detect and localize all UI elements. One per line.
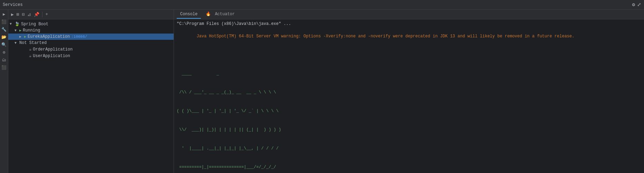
console-output[interactable]: "C:\Program Files (x86)\Java\bin\java.ex… [174,19,644,173]
services-tree: ▼ 🍃 Spring Boot ▼ ▶ Running ▶ ▶ EurekaAp… [8,19,174,173]
left-icon-7[interactable]: 🗂 [1,57,7,63]
eureka-port-link[interactable]: :10086/ [71,35,87,39]
left-icon-2[interactable]: ⬛ [1,19,7,25]
toolbar-columns-icon[interactable]: ⊞ [16,11,20,18]
running-icon: ▶ [19,28,21,33]
ascii-line-2: ( ( )\___ | '_ | '_| | '_ \/ _` | \ \ \ … [177,108,641,114]
left-icon-3[interactable]: 🔧 [1,26,7,33]
tab-console[interactable]: Console [177,10,201,19]
tree-item-eureka[interactable]: ▶ ▶ EurekaApplication :10086/ [8,34,174,40]
tree-item-user[interactable]: ☕ UserApplication [8,53,174,59]
order-icon: ☕ [29,47,31,52]
services-title: Services [3,2,23,7]
not-started-label: Not Started [19,40,47,45]
main-area: ▶ ⬛ 🔧 📂 🔍 ⚙ 🗂 ⬛ ▶ ⊞ ⊟ ⊿ 📌 + ▼ 🍃 Spring B… [0,10,644,173]
tab-actuator[interactable]: 🔥 Actuator [202,10,238,19]
tree-item-running[interactable]: ▼ ▶ Running [8,27,174,34]
ascii-line-4: ' |____| .__|_| |_|_| |_\__, | / / / / [177,145,641,152]
toolbar-pin-icon[interactable]: 📌 [33,11,40,18]
spring-boot-label: Spring Boot [21,22,48,27]
top-bar: Services ⚙ ⤢ [0,0,644,10]
arrow-not-started: ▼ [14,41,19,45]
actuator-icon: 🔥 [206,12,211,17]
actuator-tab-label: Actuator [215,12,235,17]
tree-item-not-started[interactable]: ▼ Not Started [8,40,174,46]
left-icon-8[interactable]: ⬛ [1,64,7,71]
ascii-line-5: =========|_|==============|___/=/_/_/_/ [177,164,641,170]
ascii-line-0: ____ _ [177,71,641,77]
arrow-spring-boot: ▼ [10,22,14,26]
left-icon-5[interactable]: 🔍 [1,42,7,48]
tree-item-order[interactable]: ☕ OrderApplication [8,46,174,53]
console-tab-label: Console [180,12,197,17]
settings-icon[interactable]: ⚙ [632,2,635,8]
toolbar-collapse-icon[interactable]: ⊟ [21,11,26,18]
eureka-icon: ▶ [24,35,26,39]
top-bar-icons: ⚙ ⤢ [632,2,641,8]
spring-boot-icon: 🍃 [14,21,20,27]
left-icon-4[interactable]: 📂 [1,34,7,40]
arrow-eureka: ▶ [19,35,24,39]
left-icon-1[interactable]: ▶ [1,11,7,17]
eureka-label: EurekaApplication [28,34,70,39]
left-icon-6[interactable]: ⚙ [1,49,7,55]
toolbar-add-icon[interactable]: + [45,11,49,18]
user-icon: ☕ [29,53,31,58]
expand-icon[interactable]: ⤢ [637,2,641,8]
console-line-warning: Java HotSpot(TM) 64-Bit Server VM warnin… [177,27,641,46]
console-tabs: Console 🔥 Actuator [174,10,644,19]
console-panel: Console 🔥 Actuator "C:\Program Files (x8… [174,10,644,173]
ascii-art-block: ____ _ /\\ / ___'_ __ _ _(_)_ __ __ _ \ … [177,46,641,173]
left-sidebar-icons: ▶ ⬛ 🔧 📂 🔍 ⚙ 🗂 ⬛ [0,10,8,173]
ascii-line-3: \\/ ___)| |_)| | | | | || (_| | ) ) ) ) [177,127,641,133]
toolbar-separator [42,12,42,17]
toolbar-filter-icon[interactable]: ⊿ [27,11,32,18]
user-label: UserApplication [33,54,70,58]
warning-text: Java HotSpot(TM) 64-Bit Server VM warnin… [197,34,575,39]
toolbar-run-icon[interactable]: ▶ [10,11,14,18]
services-toolbar: ▶ ⊞ ⊟ ⊿ 📌 + [8,10,174,19]
tree-item-spring-boot[interactable]: ▼ 🍃 Spring Boot [8,21,174,27]
console-line-path: "C:\Program Files (x86)\Java\bin\java.ex… [177,21,641,27]
services-panel: ▶ ⊞ ⊟ ⊿ 📌 + ▼ 🍃 Spring Boot ▼ ▶ Running [8,10,174,173]
arrow-running: ▼ [14,29,19,33]
running-label: Running [23,28,40,33]
ascii-line-1: /\\ / ___'_ __ _ _(_)_ __ __ _ \ \ \ \ [177,89,641,95]
order-label: OrderApplication [33,47,72,52]
